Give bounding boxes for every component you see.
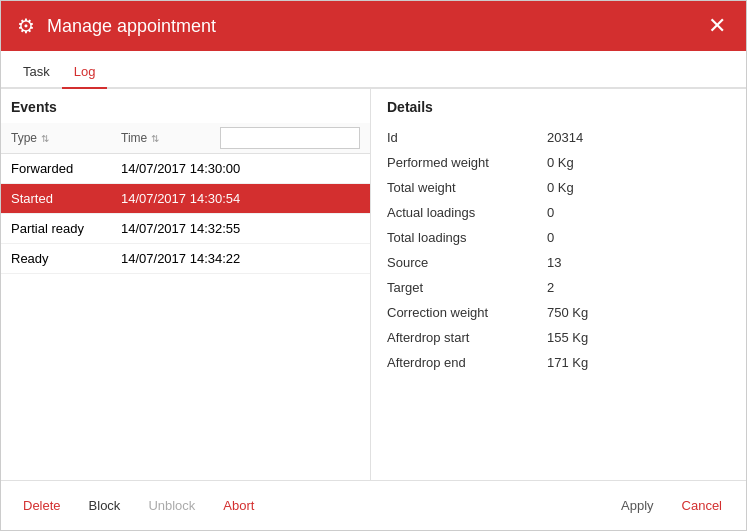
detail-label: Target	[387, 280, 547, 295]
detail-value: 0 Kg	[547, 155, 574, 170]
dialog-title: Manage appointment	[47, 16, 704, 37]
type-sort-icon[interactable]: ⇅	[41, 133, 49, 144]
close-button[interactable]: ✕	[704, 11, 730, 41]
type-column-label: Type	[11, 131, 37, 145]
footer-right: Apply Cancel	[613, 494, 730, 517]
detail-row: Id 20314	[387, 125, 730, 150]
tab-bar: Task Log	[1, 51, 746, 89]
content-area: Events Type ⇅ Time ⇅ Forwarded 14/07/201…	[1, 89, 746, 480]
manage-appointment-dialog: ⚙ Manage appointment ✕ Task Log Events T…	[0, 0, 747, 531]
apply-button[interactable]: Apply	[613, 494, 662, 517]
details-panel: Details Id 20314 Performed weight 0 Kg T…	[371, 89, 746, 480]
events-table-header: Type ⇅ Time ⇅	[1, 123, 370, 154]
event-type: Ready	[11, 251, 121, 266]
detail-label: Afterdrop start	[387, 330, 547, 345]
event-row[interactable]: Partial ready 14/07/2017 14:32:55	[1, 214, 370, 244]
detail-label: Total weight	[387, 180, 547, 195]
block-button[interactable]: Block	[83, 494, 127, 517]
column-time: Time ⇅	[121, 131, 220, 145]
details-title: Details	[387, 99, 730, 125]
detail-row: Source 13	[387, 250, 730, 275]
detail-row: Afterdrop end 171 Kg	[387, 350, 730, 375]
event-time: 14/07/2017 14:30:54	[121, 191, 360, 206]
detail-label: Total loadings	[387, 230, 547, 245]
detail-row: Total weight 0 Kg	[387, 175, 730, 200]
events-title: Events	[1, 99, 370, 123]
detail-value: 0 Kg	[547, 180, 574, 195]
footer-left: Delete Block Unblock Abort	[17, 494, 613, 517]
time-column-label: Time	[121, 131, 147, 145]
unblock-button: Unblock	[142, 494, 201, 517]
detail-row: Actual loadings 0	[387, 200, 730, 225]
event-type: Partial ready	[11, 221, 121, 236]
cancel-button[interactable]: Cancel	[674, 494, 730, 517]
event-row[interactable]: Forwarded 14/07/2017 14:30:00	[1, 154, 370, 184]
filter-input[interactable]	[220, 127, 360, 149]
detail-row: Target 2	[387, 275, 730, 300]
detail-row: Afterdrop start 155 Kg	[387, 325, 730, 350]
detail-value: 13	[547, 255, 561, 270]
detail-label: Id	[387, 130, 547, 145]
detail-label: Afterdrop end	[387, 355, 547, 370]
detail-value: 0	[547, 205, 554, 220]
delete-button[interactable]: Delete	[17, 494, 67, 517]
event-row[interactable]: Ready 14/07/2017 14:34:22	[1, 244, 370, 274]
detail-value: 0	[547, 230, 554, 245]
detail-row: Performed weight 0 Kg	[387, 150, 730, 175]
event-time: 14/07/2017 14:32:55	[121, 221, 360, 236]
abort-button[interactable]: Abort	[217, 494, 260, 517]
detail-value: 2	[547, 280, 554, 295]
title-bar: ⚙ Manage appointment ✕	[1, 1, 746, 51]
event-row[interactable]: Started 14/07/2017 14:30:54	[1, 184, 370, 214]
gear-icon: ⚙	[17, 14, 35, 38]
detail-label: Actual loadings	[387, 205, 547, 220]
detail-value: 155 Kg	[547, 330, 588, 345]
detail-value: 750 Kg	[547, 305, 588, 320]
detail-row: Total loadings 0	[387, 225, 730, 250]
event-type: Started	[11, 191, 121, 206]
event-time: 14/07/2017 14:30:00	[121, 161, 360, 176]
time-sort-icon[interactable]: ⇅	[151, 133, 159, 144]
detail-label: Correction weight	[387, 305, 547, 320]
footer: Delete Block Unblock Abort Apply Cancel	[1, 480, 746, 530]
event-time: 14/07/2017 14:34:22	[121, 251, 360, 266]
event-type: Forwarded	[11, 161, 121, 176]
detail-label: Performed weight	[387, 155, 547, 170]
detail-value: 171 Kg	[547, 355, 588, 370]
tab-task[interactable]: Task	[11, 56, 62, 89]
tab-log[interactable]: Log	[62, 56, 108, 89]
detail-label: Source	[387, 255, 547, 270]
detail-value: 20314	[547, 130, 583, 145]
events-panel: Events Type ⇅ Time ⇅ Forwarded 14/07/201…	[1, 89, 371, 480]
column-type: Type ⇅	[11, 131, 121, 145]
detail-row: Correction weight 750 Kg	[387, 300, 730, 325]
